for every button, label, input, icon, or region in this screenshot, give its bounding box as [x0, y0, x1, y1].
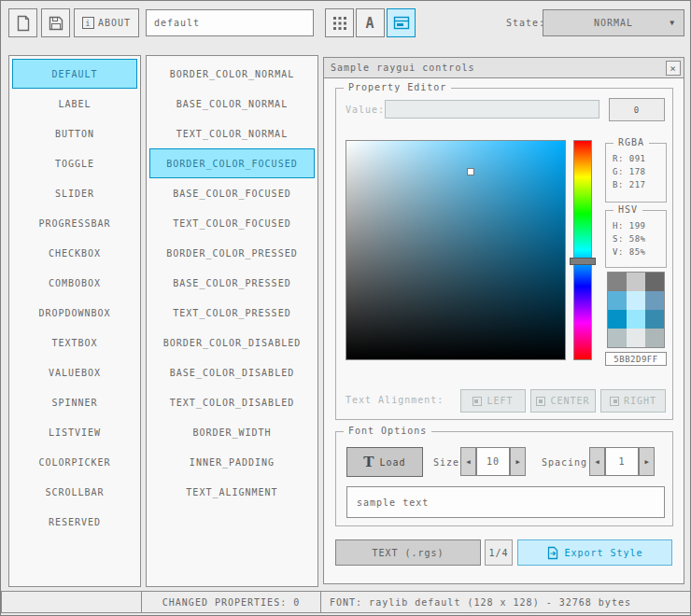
font-load-label: Load	[380, 457, 406, 468]
color-swatch[interactable]	[627, 291, 645, 310]
color-swatch[interactable]	[627, 273, 645, 291]
size-decrement-button[interactable]: ◀	[460, 447, 476, 476]
list-item-valuebox[interactable]: VALUEBOX	[12, 357, 137, 387]
color-swatch[interactable]	[645, 273, 664, 291]
color-swatch[interactable]	[645, 291, 664, 310]
list-item-spinner[interactable]: SPINNER	[12, 387, 137, 417]
list-item-base-color-pressed[interactable]: BASE_COLOR_PRESSED	[149, 268, 315, 298]
list-item-combobox[interactable]: COMBOBOX	[12, 268, 137, 298]
list-item-base-color-normal[interactable]: BASE_COLOR_NORMAL	[149, 89, 315, 119]
font-t-icon: T	[363, 454, 374, 470]
style-name-input[interactable]	[146, 9, 314, 36]
list-item-border-color-disabled[interactable]: BORDER_COLOR_DISABLED	[149, 328, 315, 357]
hsv-h-value: H: 199	[613, 221, 666, 231]
list-item-border-color-pressed[interactable]: BORDER_COLOR_PRESSED	[149, 238, 315, 268]
save-style-button[interactable]	[41, 8, 70, 37]
window-titlebar[interactable]: Sample raygui controls ×	[324, 58, 684, 78]
controls-view-button[interactable]	[387, 8, 416, 37]
list-item-textbox[interactable]: TEXTBOX	[12, 328, 137, 357]
save-icon	[48, 15, 64, 32]
list-item-base-color-disabled[interactable]: BASE_COLOR_DISABLED	[149, 357, 315, 387]
list-item-border-color-normal[interactable]: BORDER_COLOR_NORMAL	[149, 59, 315, 89]
rgba-label: RGBA	[613, 137, 649, 147]
list-item-label[interactable]: LABEL	[12, 89, 137, 119]
properties-listview: BORDER_COLOR_NORMALBASE_COLOR_NORMALTEXT…	[146, 55, 318, 587]
list-item-toggle[interactable]: TOGGLE	[12, 148, 137, 178]
list-item-reserved[interactable]: RESERVED	[12, 507, 137, 537]
export-format-button[interactable]: TEXT (.rgs)	[335, 539, 481, 566]
align-right-button[interactable]: RIGHT	[600, 389, 666, 413]
size-increment-button[interactable]: ▶	[510, 447, 526, 476]
align-left-button[interactable]: LEFT	[460, 389, 526, 413]
changed-properties-text: CHANGED PROPERTIES: 0	[162, 597, 300, 608]
property-editor-label: Property Editor	[344, 82, 451, 92]
align-center-button[interactable]: CENTER	[530, 389, 596, 413]
color-swatch[interactable]	[608, 329, 627, 347]
list-item-border-color-focused[interactable]: BORDER_COLOR_FOCUSED	[149, 148, 315, 178]
list-item-text-color-focused[interactable]: TEXT_COLOR_FOCUSED	[149, 208, 315, 238]
hue-slider-handle[interactable]	[570, 258, 596, 265]
list-item-dropdownbox[interactable]: DROPDOWNBOX	[12, 298, 137, 328]
statusbar-changed-properties: CHANGED PROPERTIES: 0	[141, 591, 321, 613]
colorpicker-cursor[interactable]	[467, 168, 474, 175]
hsv-s-value: S: 58%	[613, 234, 666, 244]
rguistyler-app: i ABOUT A State: NORMAL	[0, 0, 691, 616]
sample-text-box[interactable]: sample text	[346, 486, 665, 518]
value-button[interactable]: 0	[609, 98, 665, 121]
color-swatch[interactable]	[608, 291, 627, 310]
colorpicker-gradient[interactable]	[346, 140, 566, 360]
state-value: NORMAL	[594, 18, 633, 28]
color-swatch[interactable]	[627, 329, 645, 347]
arrow-left-icon: ◀	[595, 458, 599, 466]
sample-text: sample text	[357, 497, 429, 508]
list-item-text-alignment[interactable]: TEXT_ALIGNMENT	[149, 477, 315, 507]
close-icon[interactable]: ×	[666, 61, 681, 76]
spacing-decrement-button[interactable]: ◀	[589, 447, 605, 476]
font-view-button[interactable]: A	[356, 8, 385, 37]
font-load-button[interactable]: T Load	[346, 447, 423, 477]
list-item-base-color-focused[interactable]: BASE_COLOR_FOCUSED	[149, 178, 315, 208]
list-item-text-color-disabled[interactable]: TEXT_COLOR_DISABLED	[149, 387, 315, 417]
font-options-label: Font Options	[344, 426, 431, 436]
font-info-text: FONT: raylib default (128 x 128) - 32768…	[330, 597, 631, 608]
color-swatch[interactable]	[627, 310, 645, 329]
align-right-icon	[610, 397, 619, 406]
list-item-slider[interactable]: SLIDER	[12, 178, 137, 208]
load-style-button[interactable]	[8, 8, 37, 37]
list-item-button[interactable]: BUTTON	[12, 119, 137, 148]
list-item-border-width[interactable]: BORDER_WIDTH	[149, 417, 315, 447]
size-value[interactable]: 10	[476, 447, 510, 476]
controls-icon	[393, 15, 410, 32]
list-item-inner-padding[interactable]: INNER_PADDING	[149, 447, 315, 477]
list-item-scrollbar[interactable]: SCROLLBAR	[12, 477, 137, 507]
list-item-progressbar[interactable]: PROGRESSBAR	[12, 208, 137, 238]
list-item-checkbox[interactable]: CHECKBOX	[12, 238, 137, 268]
list-item-default[interactable]: DEFAULT	[12, 59, 137, 89]
spacing-value[interactable]: 1	[605, 447, 639, 476]
color-swatch[interactable]	[608, 310, 627, 329]
color-swatch[interactable]	[645, 329, 664, 347]
about-button[interactable]: i ABOUT	[74, 8, 139, 37]
hsv-v-value: V: 85%	[613, 247, 666, 257]
rgba-r-value: R: 091	[613, 154, 666, 163]
rgba-b-value: B: 217	[613, 180, 666, 189]
value-input[interactable]	[385, 100, 599, 119]
color-swatch[interactable]	[608, 273, 627, 291]
state-dropdown[interactable]: NORMAL ▼	[543, 9, 684, 36]
pager-button[interactable]: 1/4	[485, 539, 513, 566]
color-swatch[interactable]	[645, 310, 664, 329]
hue-bar[interactable]	[573, 140, 592, 360]
spacing-increment-button[interactable]: ▶	[639, 447, 655, 476]
list-item-text-color-pressed[interactable]: TEXT_COLOR_PRESSED	[149, 298, 315, 328]
export-format-label: TEXT (.rgs)	[372, 548, 444, 558]
list-item-text-color-normal[interactable]: TEXT_COLOR_NORMAL	[149, 119, 315, 148]
rgba-group: RGBA R: 091 G: 178 B: 217	[605, 143, 667, 203]
controls-listview: DEFAULTLABELBUTTONTOGGLESLIDERPROGRESSBA…	[8, 55, 141, 587]
list-item-colorpicker[interactable]: COLORPICKER	[12, 447, 137, 477]
file-icon	[15, 15, 32, 32]
font-options-group: Font Options T Load Size: ◀ 10 ▶ Spacing…	[335, 431, 673, 526]
hsv-label: HSV	[613, 204, 642, 215]
list-item-listview[interactable]: LISTVIEW	[12, 417, 137, 447]
grid-view-button[interactable]	[325, 8, 354, 37]
export-style-button[interactable]: Export Style	[517, 539, 672, 566]
